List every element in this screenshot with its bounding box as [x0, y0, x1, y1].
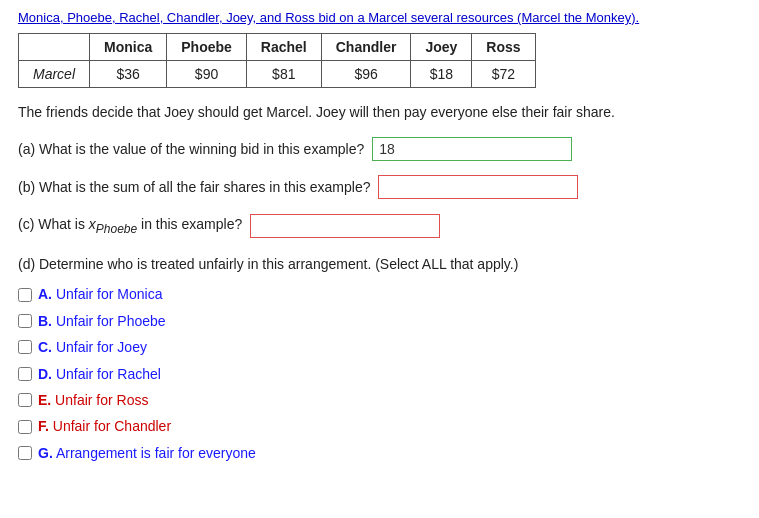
question-b-text: (b) What is the sum of all the fair shar…	[18, 176, 370, 198]
question-d-instruction: (d) Determine who is treated unfairly in…	[18, 253, 741, 275]
question-a: (a) What is the value of the winning bid…	[18, 137, 741, 161]
checkbox-chk_g[interactable]	[18, 446, 32, 460]
table-cell: $81	[246, 61, 321, 88]
checkbox-label[interactable]: G. Arrangement is fair for everyone	[38, 442, 256, 464]
info-paragraph: The friends decide that Joey should get …	[18, 102, 741, 123]
checkbox-item: F. Unfair for Chandler	[18, 415, 741, 437]
question-b: (b) What is the sum of all the fair shar…	[18, 175, 741, 199]
col-header-monica: Monica	[90, 34, 167, 61]
col-header-joey: Joey	[411, 34, 472, 61]
checkbox-chk_a[interactable]	[18, 288, 32, 302]
checkbox-group: A. Unfair for MonicaB. Unfair for Phoebe…	[18, 283, 741, 464]
checkbox-label[interactable]: B. Unfair for Phoebe	[38, 310, 166, 332]
question-c-input[interactable]	[250, 214, 440, 238]
checkbox-chk_c[interactable]	[18, 340, 32, 354]
checkbox-label[interactable]: A. Unfair for Monica	[38, 283, 162, 305]
table-row: Marcel$36$90$81$96$18$72	[19, 61, 536, 88]
table-cell: $72	[472, 61, 535, 88]
table-cell: $90	[167, 61, 247, 88]
checkbox-chk_b[interactable]	[18, 314, 32, 328]
checkbox-item: C. Unfair for Joey	[18, 336, 741, 358]
checkbox-chk_f[interactable]	[18, 420, 32, 434]
top-link-text[interactable]: Monica, Phoebe, Rachel, Chandler, Joey, …	[18, 10, 741, 25]
col-header-empty	[19, 34, 90, 61]
table-cell: Marcel	[19, 61, 90, 88]
checkbox-item: B. Unfair for Phoebe	[18, 310, 741, 332]
checkbox-item: G. Arrangement is fair for everyone	[18, 442, 741, 464]
col-header-ross: Ross	[472, 34, 535, 61]
checkbox-chk_d[interactable]	[18, 367, 32, 381]
checkbox-item: A. Unfair for Monica	[18, 283, 741, 305]
checkbox-label[interactable]: C. Unfair for Joey	[38, 336, 147, 358]
checkbox-label[interactable]: D. Unfair for Rachel	[38, 363, 161, 385]
table-cell: $36	[90, 61, 167, 88]
question-a-input[interactable]	[372, 137, 572, 161]
question-c-text-before: (c) What is xPhoebe in this example?	[18, 213, 242, 239]
main-page: Monica, Phoebe, Rachel, Chandler, Joey, …	[0, 0, 759, 518]
checkbox-label[interactable]: F. Unfair for Chandler	[38, 415, 171, 437]
checkbox-chk_e[interactable]	[18, 393, 32, 407]
table-cell: $96	[321, 61, 411, 88]
bid-table: Monica Phoebe Rachel Chandler Joey Ross …	[18, 33, 536, 88]
checkbox-item: E. Unfair for Ross	[18, 389, 741, 411]
question-c: (c) What is xPhoebe in this example?	[18, 213, 741, 239]
checkbox-item: D. Unfair for Rachel	[18, 363, 741, 385]
question-a-text: (a) What is the value of the winning bid…	[18, 138, 364, 160]
col-header-rachel: Rachel	[246, 34, 321, 61]
question-b-input[interactable]	[378, 175, 578, 199]
col-header-phoebe: Phoebe	[167, 34, 247, 61]
table-cell: $18	[411, 61, 472, 88]
checkbox-label[interactable]: E. Unfair for Ross	[38, 389, 148, 411]
col-header-chandler: Chandler	[321, 34, 411, 61]
